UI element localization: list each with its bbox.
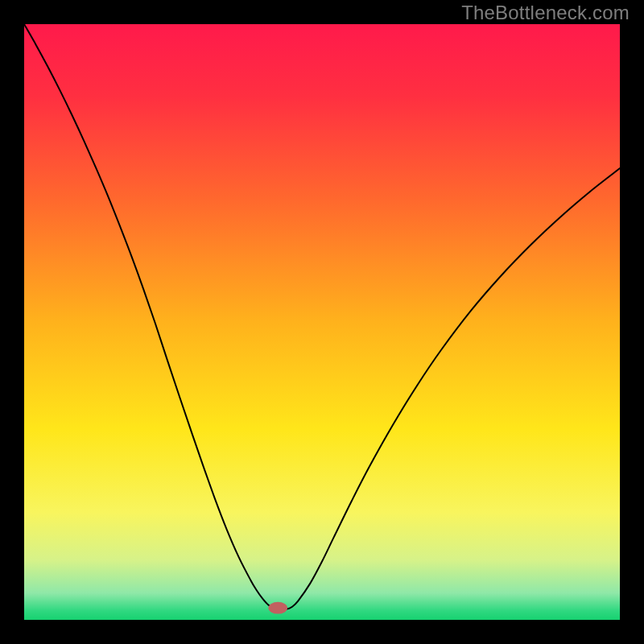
bottleneck-chart [24,24,620,620]
optimal-marker [268,602,287,614]
watermark-text: TheBottleneck.com [461,2,630,24]
chart-frame: TheBottleneck.com [0,0,644,644]
chart-background [24,24,620,620]
